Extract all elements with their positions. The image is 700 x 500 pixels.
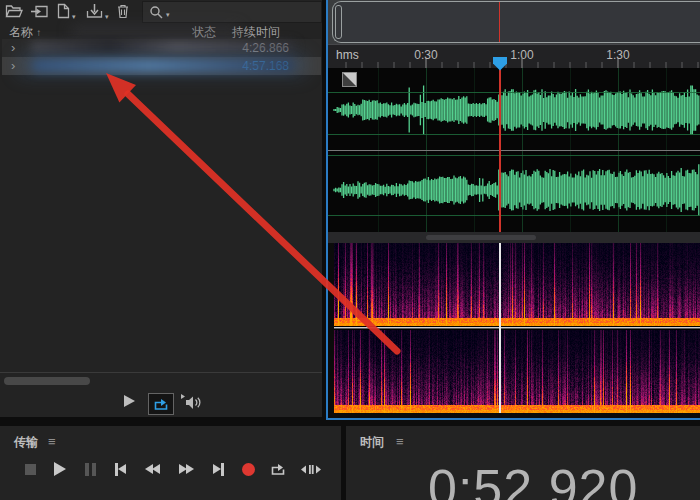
transport-panel: 传输 ≡ <box>0 426 341 500</box>
file-duration: 4:26.866 <box>207 41 289 55</box>
db-gridline <box>326 155 700 156</box>
list-divider <box>0 372 322 373</box>
chevron-down-icon: ▾ <box>105 13 109 20</box>
move-playhead-icon <box>300 463 322 476</box>
navigator-left-handle[interactable] <box>335 5 342 39</box>
db-gridline <box>326 134 700 135</box>
playhead-line <box>499 68 501 232</box>
ruler-tick-label: 1:00 <box>510 48 533 62</box>
pause-button[interactable] <box>82 461 98 477</box>
panel-menu-icon[interactable]: ≡ <box>48 434 56 449</box>
editor-focus-border-left <box>326 0 328 420</box>
stop-icon <box>25 464 36 475</box>
skip-to-start-button[interactable] <box>112 461 128 477</box>
skip-to-end-button[interactable] <box>210 461 226 477</box>
zoom-navigator-strip <box>326 0 700 44</box>
preview-play-button[interactable] <box>124 395 135 407</box>
ruler-unit-label: hms <box>336 48 359 62</box>
time-panel-title: 时间 <box>360 434 384 451</box>
search-input[interactable]: ▾ <box>142 1 322 23</box>
waveform-view[interactable] <box>326 68 700 232</box>
panel-menu-icon[interactable]: ≡ <box>396 434 404 449</box>
record-button[interactable] <box>240 461 256 477</box>
loop-icon <box>153 398 169 411</box>
rewind-button[interactable] <box>142 461 162 477</box>
stop-button[interactable] <box>22 461 38 477</box>
ruler-tick-label: 1:30 <box>606 48 629 62</box>
spectrogram-view[interactable] <box>334 243 700 413</box>
speaker-icon <box>179 394 205 410</box>
name-column-label: 名称 <box>9 25 33 39</box>
expander-icon[interactable]: › <box>11 40 15 55</box>
export-icon[interactable]: ▾ <box>86 3 106 20</box>
file-duration-selected: 4:57.168 <box>207 59 289 73</box>
move-playhead-button[interactable] <box>300 461 322 477</box>
delete-icon[interactable] <box>116 3 136 20</box>
db-gridline <box>326 92 700 93</box>
loop-icon <box>270 463 286 476</box>
files-panel: ▾ ▾ ▾ 名称 ↑ 状态 持续时间 › 4:26.866 › 4:57.168 <box>0 0 322 417</box>
horizontal-scrollbar-thumb[interactable] <box>4 377 90 385</box>
zoom-navigator-range[interactable] <box>332 1 700 43</box>
record-icon <box>242 463 255 476</box>
view-splitter[interactable] <box>326 232 700 243</box>
db-gridline <box>326 215 700 216</box>
play-icon <box>54 462 66 476</box>
loop-button[interactable] <box>270 461 286 477</box>
open-file-icon[interactable] <box>5 3 25 20</box>
ruler-tick-label: 0:30 <box>414 48 437 62</box>
transport-panel-title: 传输 <box>14 434 38 451</box>
skip-start-icon <box>118 464 126 474</box>
chevron-down-icon: ▾ <box>166 11 170 18</box>
editor-focus-border-bottom <box>326 418 700 420</box>
file-row-2-selected[interactable]: › 4:57.168 <box>2 57 321 75</box>
play-button[interactable] <box>52 461 68 477</box>
sort-arrow-icon: ↑ <box>36 27 41 38</box>
chevron-down-icon: ▾ <box>72 13 76 20</box>
channel-divider[interactable] <box>326 150 700 151</box>
splitter-thumb[interactable] <box>426 235 536 240</box>
time-display[interactable]: 0:52.920 <box>428 458 638 500</box>
import-files-icon[interactable] <box>30 3 50 20</box>
expander-icon[interactable]: › <box>11 58 15 73</box>
transport-controls <box>22 456 322 482</box>
play-icon <box>124 395 135 407</box>
new-item-icon[interactable]: ▾ <box>57 3 77 20</box>
spectrogram-playhead <box>499 243 501 413</box>
file-row-1[interactable]: › 4:26.866 <box>2 39 321 57</box>
loop-playback-button[interactable] <box>148 393 174 415</box>
channel-select-icon[interactable] <box>342 72 357 87</box>
timeline-ruler[interactable]: hms 0:30 1:00 1:30 <box>326 44 700 69</box>
editor-panel: hms 0:30 1:00 1:30 <box>326 0 700 420</box>
overview-playhead <box>499 2 500 42</box>
fast-forward-button[interactable] <box>176 461 196 477</box>
auto-play-button[interactable] <box>179 394 205 410</box>
